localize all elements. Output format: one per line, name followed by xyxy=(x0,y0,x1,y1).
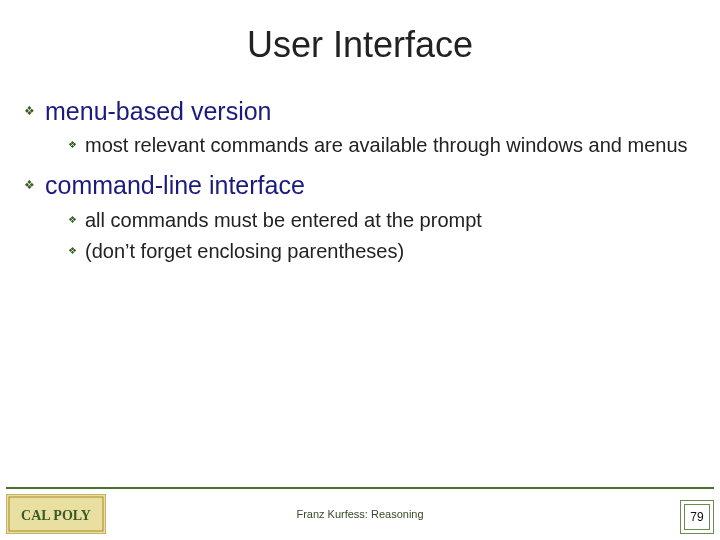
list-subitem: ❖ most relevant commands are available t… xyxy=(24,133,696,158)
list-subitem-label: (don’t forget enclosing parentheses) xyxy=(85,239,404,264)
list-item: ❖ command-line interface xyxy=(24,170,696,201)
page-number: 79 xyxy=(684,504,710,530)
list-subitem: ❖ (don’t forget enclosing parentheses) xyxy=(24,239,696,264)
footer-divider xyxy=(6,487,714,489)
list-subitem: ❖ all commands must be entered at the pr… xyxy=(24,208,696,233)
list-item: ❖ menu-based version xyxy=(24,96,696,127)
diamond-bullet-icon: ❖ xyxy=(68,139,77,150)
list-subitem-label: most relevant commands are available thr… xyxy=(85,133,688,158)
diamond-bullet-icon: ❖ xyxy=(68,245,77,256)
slide-body: ❖ menu-based version ❖ most relevant com… xyxy=(0,66,720,264)
list-subitem-label: all commands must be entered at the prom… xyxy=(85,208,482,233)
page-number-box: 79 xyxy=(680,500,714,534)
slide-title: User Interface xyxy=(0,0,720,66)
diamond-bullet-icon: ❖ xyxy=(68,214,77,225)
footer-text: Franz Kurfess: Reasoning xyxy=(0,508,720,520)
list-item-label: command-line interface xyxy=(45,170,305,201)
diamond-bullet-icon: ❖ xyxy=(24,104,35,118)
diamond-bullet-icon: ❖ xyxy=(24,178,35,192)
slide: User Interface ❖ menu-based version ❖ mo… xyxy=(0,0,720,540)
list-item-label: menu-based version xyxy=(45,96,272,127)
